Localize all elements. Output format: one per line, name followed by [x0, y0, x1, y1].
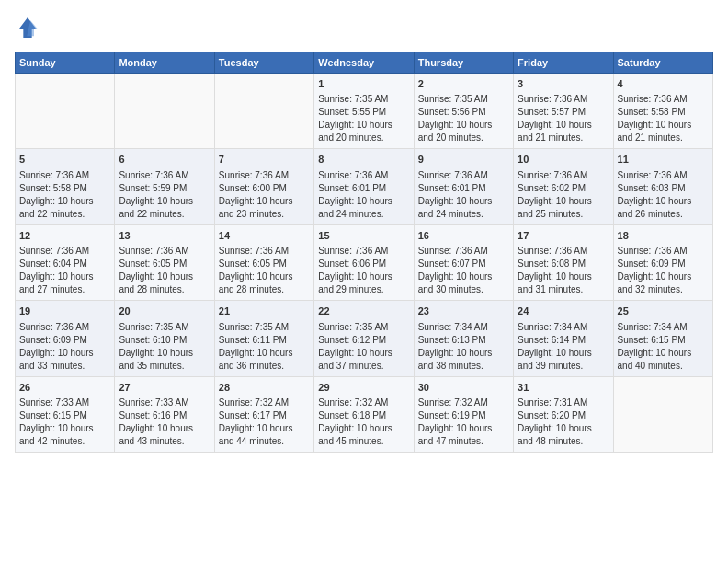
day-number: 25 [618, 304, 709, 318]
day-number: 9 [418, 153, 509, 167]
day-info: Sunrise: 7:36 AM Sunset: 6:08 PM Dayligh… [518, 245, 609, 296]
day-info: Sunrise: 7:36 AM Sunset: 6:01 PM Dayligh… [418, 169, 509, 221]
calendar-cell: 6 Sunrise: 7:36 AM Sunset: 5:59 PM Dayli… [115, 149, 214, 224]
calendar-cell: 3 Sunrise: 7:36 AM Sunset: 5:57 PM Dayli… [514, 74, 613, 149]
calendar-cell: 16 Sunrise: 7:36 AM Sunset: 6:07 PM Dayl… [414, 224, 513, 300]
sunset-text: Sunset: 6:09 PM [618, 259, 686, 269]
day-number: 7 [219, 153, 310, 167]
calendar-week-row: 12 Sunrise: 7:36 AM Sunset: 6:04 PM Dayl… [16, 224, 713, 300]
sunset-text: Sunset: 6:18 PM [318, 410, 386, 420]
calendar-cell: 5 Sunrise: 7:36 AM Sunset: 5:58 PM Dayli… [16, 149, 115, 224]
day-number: 23 [418, 304, 509, 318]
calendar-cell: 23 Sunrise: 7:34 AM Sunset: 6:13 PM Dayl… [414, 301, 513, 376]
sunset-text: Sunset: 5:59 PM [119, 183, 187, 193]
weekday-header: Wednesday [314, 52, 414, 74]
day-info: Sunrise: 7:35 AM Sunset: 5:56 PM Dayligh… [418, 93, 509, 144]
calendar-cell: 11 Sunrise: 7:36 AM Sunset: 6:03 PM Dayl… [613, 149, 712, 224]
day-number: 26 [19, 381, 110, 395]
day-info: Sunrise: 7:36 AM Sunset: 6:05 PM Dayligh… [119, 245, 210, 296]
sunrise-text: Sunrise: 7:36 AM [19, 246, 89, 256]
daylight-text: Daylight: 10 hours and 42 minutes. [19, 423, 94, 446]
daylight-text: Daylight: 10 hours and 44 minutes. [219, 423, 293, 446]
daylight-text: Daylight: 10 hours and 47 minutes. [418, 423, 493, 446]
day-number: 11 [618, 153, 709, 167]
day-info: Sunrise: 7:33 AM Sunset: 6:15 PM Dayligh… [19, 396, 110, 448]
sunrise-text: Sunrise: 7:36 AM [19, 322, 89, 332]
sunrise-text: Sunrise: 7:35 AM [119, 322, 188, 332]
sunrise-text: Sunrise: 7:36 AM [119, 170, 188, 180]
day-info: Sunrise: 7:36 AM Sunset: 6:06 PM Dayligh… [318, 245, 409, 296]
calendar-cell: 17 Sunrise: 7:36 AM Sunset: 6:08 PM Dayl… [514, 224, 613, 300]
daylight-text: Daylight: 10 hours and 20 minutes. [318, 120, 392, 143]
day-info: Sunrise: 7:36 AM Sunset: 5:57 PM Dayligh… [518, 93, 609, 144]
calendar-cell: 15 Sunrise: 7:36 AM Sunset: 6:06 PM Dayl… [314, 224, 414, 300]
day-info: Sunrise: 7:36 AM Sunset: 6:00 PM Dayligh… [219, 169, 310, 221]
day-number: 17 [518, 229, 609, 243]
daylight-text: Daylight: 10 hours and 29 minutes. [318, 271, 392, 294]
day-info: Sunrise: 7:36 AM Sunset: 6:02 PM Dayligh… [518, 169, 609, 221]
daylight-text: Daylight: 10 hours and 23 minutes. [219, 196, 293, 219]
day-number: 5 [19, 153, 110, 167]
day-number: 15 [318, 229, 409, 243]
sunrise-text: Sunrise: 7:34 AM [618, 322, 688, 332]
calendar-cell: 7 Sunrise: 7:36 AM Sunset: 6:00 PM Dayli… [214, 149, 313, 224]
calendar-week-row: 26 Sunrise: 7:33 AM Sunset: 6:15 PM Dayl… [16, 376, 713, 452]
calendar-cell: 20 Sunrise: 7:35 AM Sunset: 6:10 PM Dayl… [115, 301, 214, 376]
day-info: Sunrise: 7:36 AM Sunset: 5:58 PM Dayligh… [19, 169, 110, 221]
sunset-text: Sunset: 6:07 PM [418, 259, 486, 269]
sunrise-text: Sunrise: 7:35 AM [219, 322, 289, 332]
daylight-text: Daylight: 10 hours and 26 minutes. [618, 196, 692, 219]
daylight-text: Daylight: 10 hours and 22 minutes. [19, 196, 94, 219]
sunset-text: Sunset: 6:19 PM [418, 410, 486, 420]
calendar-week-row: 5 Sunrise: 7:36 AM Sunset: 5:58 PM Dayli… [16, 149, 713, 224]
calendar-cell: 25 Sunrise: 7:34 AM Sunset: 6:15 PM Dayl… [613, 301, 712, 376]
daylight-text: Daylight: 10 hours and 25 minutes. [518, 196, 592, 219]
day-info: Sunrise: 7:35 AM Sunset: 5:55 PM Dayligh… [318, 93, 409, 144]
sunrise-text: Sunrise: 7:32 AM [418, 397, 488, 408]
day-info: Sunrise: 7:36 AM Sunset: 6:07 PM Dayligh… [418, 245, 509, 296]
calendar-cell: 29 Sunrise: 7:32 AM Sunset: 6:18 PM Dayl… [314, 376, 414, 452]
calendar-table: SundayMondayTuesdayWednesdayThursdayFrid… [15, 52, 713, 453]
calendar-cell: 2 Sunrise: 7:35 AM Sunset: 5:56 PM Dayli… [414, 74, 513, 149]
day-info: Sunrise: 7:34 AM Sunset: 6:13 PM Dayligh… [418, 321, 509, 373]
day-number: 4 [618, 77, 709, 91]
day-info: Sunrise: 7:35 AM Sunset: 6:12 PM Dayligh… [318, 321, 409, 373]
daylight-text: Daylight: 10 hours and 20 minutes. [418, 120, 493, 143]
day-number: 28 [219, 381, 310, 395]
day-number: 18 [618, 229, 709, 243]
daylight-text: Daylight: 10 hours and 35 minutes. [119, 348, 193, 371]
day-info: Sunrise: 7:34 AM Sunset: 6:14 PM Dayligh… [518, 321, 609, 373]
sunset-text: Sunset: 5:58 PM [618, 107, 686, 117]
calendar-cell: 10 Sunrise: 7:36 AM Sunset: 6:02 PM Dayl… [514, 149, 613, 224]
sunset-text: Sunset: 6:13 PM [418, 335, 486, 345]
daylight-text: Daylight: 10 hours and 21 minutes. [618, 120, 692, 143]
daylight-text: Daylight: 10 hours and 22 minutes. [119, 196, 193, 219]
day-info: Sunrise: 7:32 AM Sunset: 6:17 PM Dayligh… [219, 396, 310, 448]
sunset-text: Sunset: 6:11 PM [219, 335, 287, 345]
daylight-text: Daylight: 10 hours and 28 minutes. [119, 271, 193, 294]
day-number: 13 [119, 229, 210, 243]
weekday-header: Friday [514, 52, 613, 74]
day-number: 6 [119, 153, 210, 167]
sunset-text: Sunset: 5:55 PM [318, 107, 386, 117]
calendar-cell: 31 Sunrise: 7:31 AM Sunset: 6:20 PM Dayl… [514, 376, 613, 452]
weekday-header: Monday [115, 52, 214, 74]
daylight-text: Daylight: 10 hours and 31 minutes. [518, 271, 592, 294]
sunset-text: Sunset: 6:05 PM [119, 259, 187, 269]
day-number: 21 [219, 304, 310, 318]
sunset-text: Sunset: 5:56 PM [418, 107, 486, 117]
day-info: Sunrise: 7:35 AM Sunset: 6:11 PM Dayligh… [219, 321, 310, 373]
sunset-text: Sunset: 6:12 PM [318, 335, 386, 345]
sunrise-text: Sunrise: 7:35 AM [318, 94, 388, 104]
sunrise-text: Sunrise: 7:36 AM [418, 246, 488, 256]
sunset-text: Sunset: 6:06 PM [318, 259, 386, 269]
day-number: 31 [518, 381, 609, 395]
calendar-header: SundayMondayTuesdayWednesdayThursdayFrid… [16, 52, 713, 74]
daylight-text: Daylight: 10 hours and 27 minutes. [19, 271, 94, 294]
calendar-week-row: 1 Sunrise: 7:35 AM Sunset: 5:55 PM Dayli… [16, 74, 713, 149]
sunset-text: Sunset: 6:15 PM [19, 410, 87, 420]
calendar-cell: 19 Sunrise: 7:36 AM Sunset: 6:09 PM Dayl… [16, 301, 115, 376]
sunset-text: Sunset: 5:57 PM [518, 107, 586, 117]
day-number: 29 [318, 381, 409, 395]
day-info: Sunrise: 7:36 AM Sunset: 6:04 PM Dayligh… [19, 245, 110, 296]
